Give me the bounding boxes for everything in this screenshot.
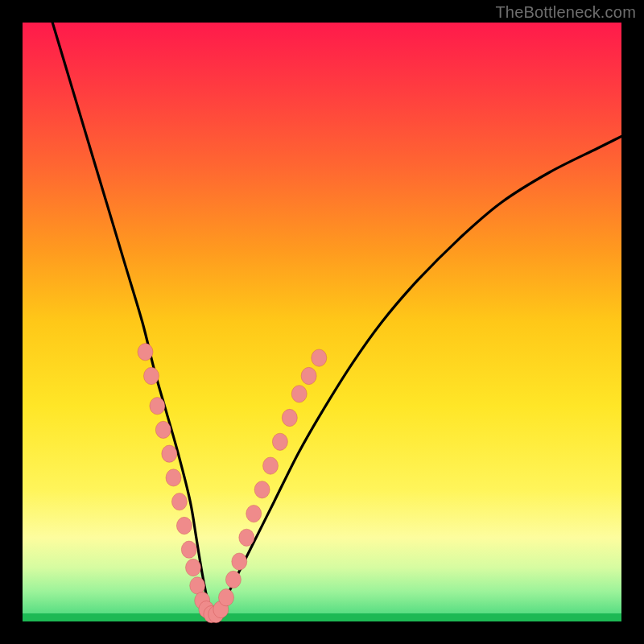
- highlight-dot: [263, 457, 279, 474]
- highlight-dot: [155, 421, 171, 438]
- highlight-dot: [219, 589, 234, 606]
- chart-frame: TheBottleneck.com: [0, 0, 644, 644]
- highlight-dot: [181, 541, 196, 558]
- highlight-dot: [176, 517, 192, 534]
- highlight-dot: [291, 386, 307, 402]
- highlight-dot: [190, 577, 205, 594]
- highlight-dot: [301, 367, 316, 384]
- highlight-dot: [282, 409, 297, 426]
- highlight-dot: [144, 367, 159, 384]
- highlight-dot: [162, 445, 177, 462]
- highlight-dot: [166, 469, 181, 486]
- highlight-dot: [239, 529, 254, 546]
- highlight-dot: [150, 398, 165, 415]
- watermark-text: TheBottleneck.com: [495, 3, 636, 22]
- highlight-dot: [272, 433, 287, 450]
- bottleneck-curve: [52, 23, 621, 621]
- highlight-dot: [171, 493, 187, 510]
- highlight-dot: [232, 553, 247, 570]
- highlight-dot: [246, 505, 262, 522]
- highlight-dot: [254, 481, 270, 498]
- chart-plot-area: [23, 23, 621, 621]
- highlight-dot: [186, 559, 201, 576]
- chart-svg: [23, 23, 621, 621]
- highlight-dot: [138, 344, 153, 361]
- highlight-dot: [312, 349, 327, 366]
- highlight-dots-group: [138, 344, 327, 623]
- highlight-dot: [225, 571, 241, 588]
